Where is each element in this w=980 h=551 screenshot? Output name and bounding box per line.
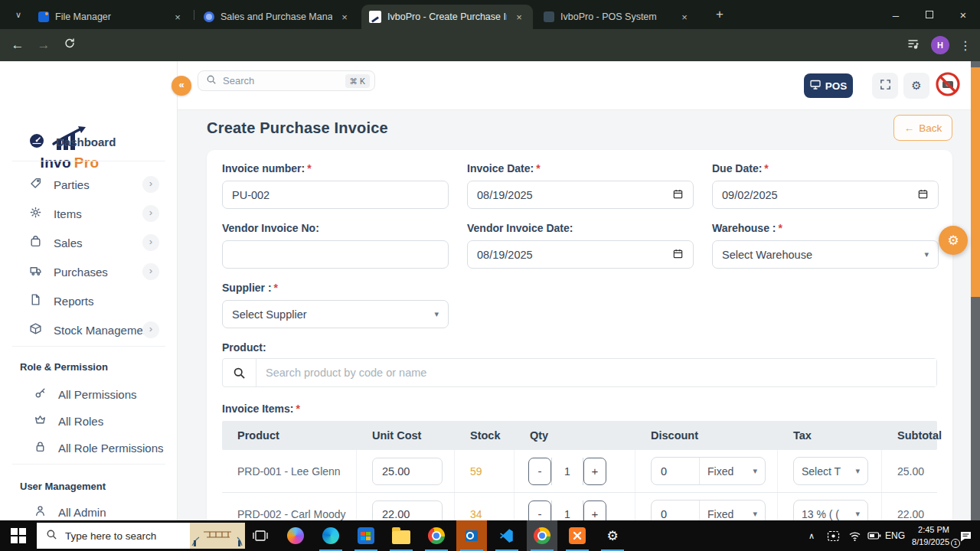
unit-cost-input[interactable] bbox=[372, 458, 443, 485]
discount-input[interactable] bbox=[652, 508, 699, 520]
back-button[interactable]: ← Back bbox=[893, 115, 952, 141]
restore-icon bbox=[926, 11, 933, 18]
box-icon bbox=[29, 322, 42, 337]
sidebar-item-label: All Permissions bbox=[58, 388, 137, 401]
sidebar-item-reports[interactable]: Reports bbox=[0, 288, 178, 314]
tab-pos-system[interactable]: IvboPro - POS System × bbox=[536, 5, 698, 29]
product-name: PRD-002 - Carl Moody bbox=[222, 493, 357, 520]
sidebar-item-parties[interactable]: Parties › bbox=[0, 171, 178, 197]
outlook-icon[interactable] bbox=[462, 527, 481, 545]
tab-close-icon[interactable]: × bbox=[513, 11, 525, 23]
sidebar-item-items[interactable]: Items › bbox=[0, 201, 178, 227]
scrollbar-thumb[interactable] bbox=[971, 67, 980, 297]
sidebar-item-all-permissions[interactable]: All Permissions bbox=[0, 381, 178, 407]
tax-cell: Select T▾ bbox=[778, 450, 882, 492]
page-scrollbar[interactable] bbox=[971, 61, 980, 520]
wifi-icon[interactable] bbox=[845, 520, 864, 551]
invoice-number-input[interactable] bbox=[222, 181, 449, 209]
screen-clip-icon[interactable] bbox=[824, 520, 842, 551]
profile-button[interactable]: H bbox=[928, 29, 952, 61]
chevron-down-icon: ▾ bbox=[855, 509, 860, 519]
crown-icon bbox=[34, 413, 47, 429]
product-name: PRD-001 - Lee Glenn bbox=[222, 450, 357, 492]
required-marker: * bbox=[274, 282, 278, 294]
task-view-button[interactable] bbox=[251, 527, 270, 545]
tab-file-manager[interactable]: File Manager × bbox=[31, 5, 191, 29]
battery-icon[interactable] bbox=[865, 520, 884, 551]
microsoft-store-icon[interactable] bbox=[357, 527, 375, 545]
due-date-input[interactable]: 09/02/2025 bbox=[712, 181, 939, 209]
supplier-select[interactable]: Select Supplier ▾ bbox=[222, 300, 449, 328]
window-close-button[interactable]: × bbox=[946, 0, 980, 29]
tray-expand-button[interactable]: ∧ bbox=[802, 520, 821, 551]
qty-value[interactable]: 1 bbox=[551, 458, 583, 485]
tab-close-icon[interactable]: × bbox=[678, 11, 691, 23]
browser-reload-button[interactable] bbox=[58, 37, 81, 54]
tab-sales-purchase[interactable]: Sales and Purchase Manageme × bbox=[196, 5, 358, 29]
reading-list-button[interactable] bbox=[902, 29, 923, 61]
start-button[interactable] bbox=[11, 528, 26, 543]
calendar-icon[interactable] bbox=[917, 188, 929, 202]
dashboard-icon bbox=[29, 133, 44, 151]
fullscreen-button[interactable] bbox=[872, 73, 898, 99]
file-explorer-icon[interactable] bbox=[392, 527, 410, 545]
qty-plus-button[interactable]: + bbox=[583, 500, 606, 521]
calendar-icon[interactable] bbox=[672, 188, 684, 202]
sidebar-item-dashboard[interactable]: Dashboard bbox=[0, 129, 178, 155]
window-restore-button[interactable] bbox=[913, 0, 946, 29]
sidebar-item-purchases[interactable]: Purchases › bbox=[0, 259, 178, 285]
sidebar-item-stock-management[interactable]: Stock Management › bbox=[0, 317, 178, 343]
settings-app-icon[interactable]: ⚙ bbox=[603, 527, 622, 545]
xampp-icon[interactable] bbox=[568, 527, 586, 545]
unit-cost-input[interactable] bbox=[372, 500, 443, 521]
chrome-icon[interactable] bbox=[427, 527, 446, 545]
invoice-date-input[interactable]: 08/19/2025 bbox=[467, 181, 694, 209]
tab-title: Sales and Purchase Manageme bbox=[220, 11, 332, 22]
chrome-active-icon[interactable] bbox=[533, 527, 551, 545]
tab-close-icon[interactable]: × bbox=[338, 11, 351, 23]
settings-button[interactable]: ⚙ bbox=[903, 73, 929, 99]
qty-minus-button[interactable]: - bbox=[528, 500, 551, 521]
browser-back-button[interactable]: ← bbox=[6, 37, 29, 53]
tax-select[interactable]: 13 % ( (▾ bbox=[793, 500, 868, 520]
qty-value[interactable]: 1 bbox=[551, 500, 583, 521]
sidebar-item-sales[interactable]: Sales › bbox=[0, 230, 178, 256]
minimize-icon: – bbox=[893, 8, 899, 21]
col-tax: Tax bbox=[778, 429, 882, 442]
global-search-input[interactable]: Search ⌘ K bbox=[198, 70, 375, 91]
sidebar-collapse-button[interactable]: « bbox=[172, 76, 191, 96]
vendor-invoice-no-input[interactable] bbox=[222, 240, 449, 269]
sidebar-divider bbox=[12, 464, 165, 465]
profile-avatar: H bbox=[931, 36, 949, 54]
window-minimize-button[interactable]: – bbox=[879, 0, 913, 29]
new-tab-button[interactable]: + bbox=[710, 6, 729, 24]
qty-minus-button[interactable]: - bbox=[528, 458, 551, 485]
sidebar-item-all-role-permissions[interactable]: All Role Permissions bbox=[0, 435, 178, 461]
header-divider bbox=[178, 109, 971, 110]
product-search-input[interactable] bbox=[256, 359, 936, 386]
tab-search-button[interactable]: ∨ bbox=[9, 6, 28, 24]
edge-icon[interactable] bbox=[322, 527, 340, 545]
copilot-icon[interactable] bbox=[286, 527, 305, 545]
qty-plus-button[interactable]: + bbox=[583, 458, 606, 485]
browser-forward-button[interactable]: → bbox=[32, 37, 55, 53]
pos-button[interactable]: POS bbox=[804, 73, 853, 98]
floating-settings-button[interactable]: ⚙ bbox=[939, 226, 968, 255]
vscode-icon[interactable] bbox=[498, 527, 516, 545]
browser-menu-button[interactable]: ⋮ bbox=[956, 29, 975, 61]
sidebar-item-all-roles[interactable]: All Roles bbox=[0, 408, 178, 434]
collapse-icon: « bbox=[178, 79, 184, 90]
taskbar-search[interactable]: Type here to search bbox=[37, 523, 245, 549]
tab-close-icon[interactable]: × bbox=[172, 11, 184, 23]
calendar-icon[interactable] bbox=[672, 248, 684, 262]
discount-type-select[interactable]: Fixed▾ bbox=[700, 465, 765, 478]
vendor-invoice-date-input[interactable]: 08/19/2025 bbox=[467, 240, 694, 269]
tax-select[interactable]: Select T▾ bbox=[793, 457, 868, 485]
warehouse-select[interactable]: Select Warehouse ▾ bbox=[712, 240, 939, 269]
clock[interactable]: 2:45 PM 8/19/2025 bbox=[900, 523, 949, 548]
user-avatar-blocked[interactable] bbox=[935, 73, 961, 99]
discount-type-select[interactable]: Fixed▾ bbox=[700, 508, 765, 520]
tab-create-purchase-invoice[interactable]: IvboPro - Create Purchase Invo × bbox=[361, 5, 533, 29]
discount-input[interactable] bbox=[652, 465, 699, 478]
warehouse-label: Warehouse :* bbox=[712, 222, 782, 234]
